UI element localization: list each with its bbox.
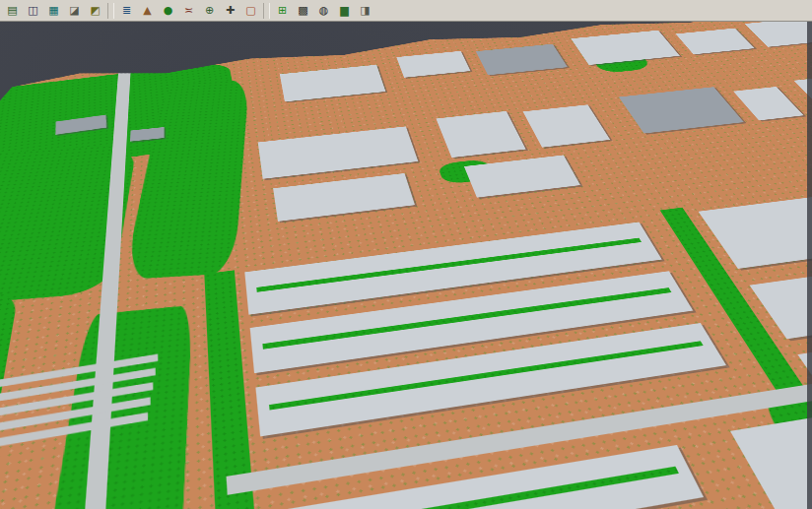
settings-icon[interactable]: ✚: [221, 2, 239, 20]
application-window: ▤◫▦◪◩≣▲●≍⊕✚▢⊞▩◍▆◨: [0, 0, 812, 509]
building-roof: [396, 50, 470, 77]
building-roof: [733, 87, 803, 120]
building-roof: [676, 28, 755, 54]
building-roof: [571, 30, 679, 64]
building-roof: [273, 173, 415, 222]
globe-icon[interactable]: ◍: [314, 2, 333, 20]
building-roof-dark: [476, 43, 568, 75]
viewport-3d[interactable]: [0, 22, 812, 509]
table-view-icon[interactable]: ▦: [44, 2, 63, 20]
zoom-extent-icon[interactable]: ▢: [241, 2, 260, 20]
building-roof: [280, 64, 385, 101]
window-edge: [807, 22, 812, 509]
info-panel-icon[interactable]: ◨: [356, 2, 374, 20]
main-toolbar: ▤◫▦◪◩≣▲●≍⊕✚▢⊞▩◍▆◨: [0, 0, 812, 22]
terrain-icon[interactable]: ▲: [138, 2, 157, 20]
toolbar-separator: [263, 3, 270, 19]
pointcloud-terrain: [0, 22, 812, 509]
save-icon[interactable]: ◫: [24, 2, 42, 20]
profile-view-icon[interactable]: ◪: [65, 2, 84, 20]
open-file-icon[interactable]: ▤: [3, 2, 22, 20]
building-roof: [436, 110, 525, 157]
grid-icon[interactable]: ⊞: [273, 2, 292, 20]
building-roof: [730, 405, 812, 509]
building-roof-dark: [619, 87, 744, 133]
building-roof: [523, 104, 611, 147]
building-roof: [258, 126, 419, 178]
dark-grid-icon[interactable]: ▩: [294, 2, 312, 20]
layers-icon[interactable]: ≣: [117, 2, 136, 20]
scene-container: [0, 22, 812, 509]
crosshair-icon[interactable]: ⊕: [200, 2, 219, 20]
histogram-icon[interactable]: ▆: [335, 2, 354, 20]
toolbar-separator: [107, 3, 114, 19]
building-roof: [745, 22, 812, 46]
measure-icon[interactable]: ≍: [179, 2, 198, 20]
shade-view-icon[interactable]: ◩: [86, 2, 104, 20]
sphere-render-icon[interactable]: ●: [159, 2, 177, 20]
